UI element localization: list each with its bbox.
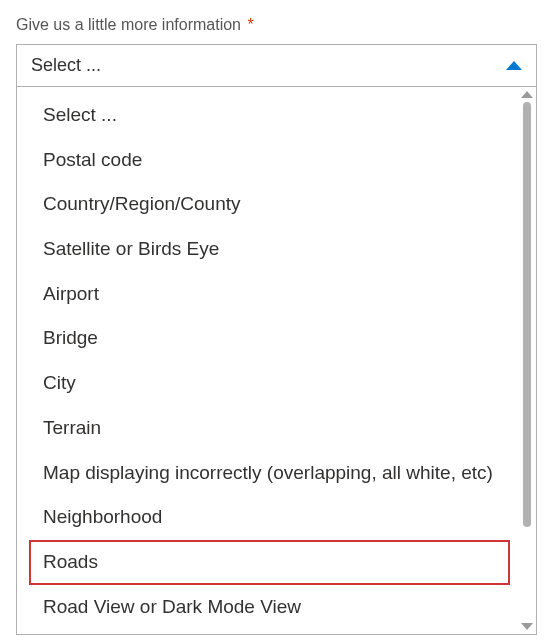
dropdown-item[interactable]: Bridge: [17, 316, 518, 361]
dropdown-list: Select ...Postal codeCountry/Region/Coun…: [17, 87, 518, 634]
dropdown-item[interactable]: Satellite or Birds Eye: [17, 227, 518, 272]
caret-up-icon: [506, 61, 522, 70]
dropdown-item[interactable]: Map displaying incorrectly (overlapping,…: [17, 451, 518, 496]
required-asterisk: *: [247, 16, 253, 33]
select-box[interactable]: Select ...: [16, 44, 537, 87]
dropdown-item[interactable]: Road View or Dark Mode View: [17, 585, 518, 630]
dropdown-item[interactable]: City: [17, 361, 518, 406]
dropdown-item[interactable]: Neighborhood: [17, 495, 518, 540]
scroll-down-icon[interactable]: [521, 623, 533, 630]
dropdown-item[interactable]: Roads: [29, 540, 510, 585]
dropdown-panel: Select ...Postal codeCountry/Region/Coun…: [16, 87, 537, 635]
label-text: Give us a little more information: [16, 16, 241, 33]
field-label: Give us a little more information *: [16, 16, 537, 34]
dropdown-item[interactable]: Terrain: [17, 406, 518, 451]
scrollbar[interactable]: [518, 87, 536, 634]
scroll-up-icon[interactable]: [521, 91, 533, 98]
select-value: Select ...: [31, 55, 101, 76]
dropdown-item[interactable]: Country/Region/County: [17, 182, 518, 227]
scroll-thumb[interactable]: [523, 102, 531, 527]
dropdown-item[interactable]: Airport: [17, 272, 518, 317]
dropdown-item[interactable]: Select ...: [17, 93, 518, 138]
dropdown-item[interactable]: Postal code: [17, 138, 518, 183]
